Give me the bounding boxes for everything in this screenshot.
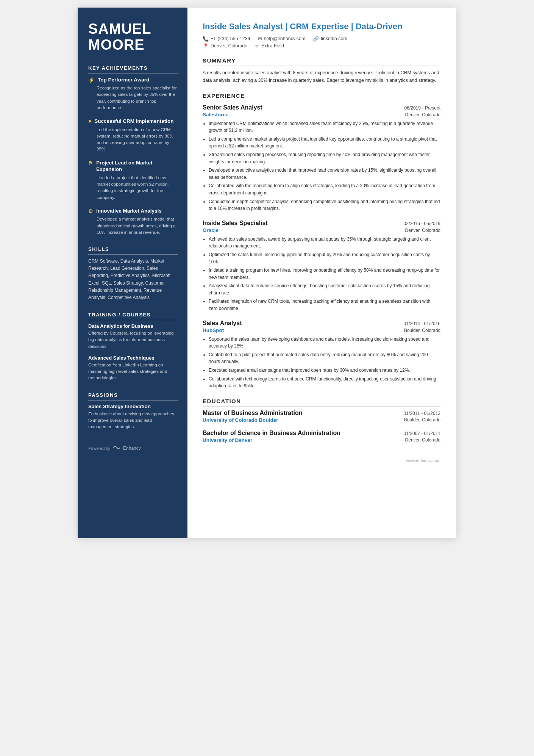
main-footer: www.enhancv.com (203, 458, 440, 463)
job-date-1: 06/2019 - Present (404, 105, 440, 111)
education-block-1: Master of Business Administration 01/201… (203, 410, 440, 423)
education-section-title: EDUCATION (203, 398, 440, 407)
bullet: Contributed to a pilot project that auto… (209, 351, 440, 365)
contact-phone: 📞 +1-(234)-555-1234 (203, 36, 250, 42)
passions-section-title: PASSIONS (88, 392, 178, 401)
bullet: Facilitated integration of new CRM tools… (209, 298, 440, 312)
achievement-item: ♥ Successful CRM Implementation Led the … (88, 118, 178, 153)
location-icon: 📍 (203, 43, 209, 49)
job-bullets-2: Achieved top sales specialist award by s… (203, 236, 440, 312)
edu-school-1: University of Colorado Boulder (203, 417, 278, 423)
star-icon: ☆ (255, 43, 259, 49)
phone-icon: 📞 (203, 36, 209, 42)
achievement-title-2: Successful CRM Implementation (94, 118, 173, 125)
training-item-2: Advanced Sales Techniques Certification … (88, 355, 178, 382)
achievement-desc-4: Developed a market analysis model that p… (97, 216, 178, 236)
edu-degree-1: Master of Business Administration (203, 410, 302, 416)
skills-section-title: SKILLS (88, 246, 178, 255)
bullet: Supported the sales team by developing d… (209, 336, 440, 350)
edu-school-2: University of Denver (203, 437, 252, 443)
job-bullets-3: Supported the sales team by developing d… (203, 336, 440, 390)
achievement-item: ⚙ Innovative Market Analysis Developed a… (88, 208, 178, 236)
edu-location-2: Denver, Colorado (405, 437, 440, 443)
person-name: SAMUEL MOORE (88, 21, 178, 53)
bullet: Streamlined sales reporting processes, r… (209, 151, 440, 165)
sidebar: SAMUEL MOORE KEY ACHIEVEMENTS ⚡ Top Perf… (78, 8, 187, 538)
achievement-icon-1: ⚡ (88, 77, 95, 83)
job-title-1: Senior Sales Analyst (203, 104, 262, 111)
passion-desc-1: Enthusiastic about devising new approach… (88, 411, 178, 430)
contact-email: ✉ help@enhancv.com (258, 36, 306, 42)
job-location-1: Denver, Colorado (405, 112, 440, 117)
summary-section-title: SUMMARY (203, 57, 440, 66)
contact-extra: ☆ Extra Field (255, 43, 284, 49)
achievement-icon-2: ♥ (88, 118, 91, 124)
training-desc-2: Certification from LinkedIn Learning on … (88, 362, 178, 382)
passions-list: Sales Strategy Innovation Enthusiastic a… (88, 404, 178, 430)
bullet: Achieved top sales specialist award by s… (209, 236, 440, 250)
bullet: Led a comprehensive market analysis proj… (209, 136, 440, 150)
bullet: Optimized the sales funnel, increasing p… (209, 251, 440, 265)
job-date-3: 01/2014 - 01/2016 (404, 321, 440, 326)
resume-wrapper: SAMUEL MOORE KEY ACHIEVEMENTS ⚡ Top Perf… (78, 8, 456, 538)
main-content: Inside Sales Analyst | CRM Expertise | D… (187, 8, 456, 538)
achievement-icon-4: ⚙ (88, 208, 93, 214)
job-location-2: Denver, Colorado (405, 228, 440, 233)
achievement-title-3: Project Lead on Market Expansion (96, 160, 178, 173)
bullet: Developed a predictive analytics model t… (209, 167, 440, 181)
contact-location: 📍 Denver, Colorado (203, 43, 247, 49)
training-title-1: Data Analytics for Business (88, 323, 178, 329)
job-bullets-1: Implemented CRM optimizations which incr… (203, 120, 440, 212)
achievement-icon-3: ⚑ (88, 160, 93, 166)
job-title-3: Sales Analyst (203, 320, 242, 327)
contact-linkedin: 🔗 linkedin.com (313, 36, 347, 42)
training-list: Data Analytics for Business Offered by C… (88, 323, 178, 382)
passion-title-1: Sales Strategy Innovation (88, 404, 178, 409)
bullet: Initiated a training program for new hir… (209, 267, 440, 281)
linkedin-icon: 🔗 (313, 36, 319, 42)
edu-location-1: Boulder, Colorado (404, 417, 440, 423)
bullet: Collaborated with technology teams to en… (209, 376, 440, 390)
bullet: Collaborated with the marketing team to … (209, 182, 440, 196)
contact-row: 📞 +1-(234)-555-1234 ✉ help@enhancv.com 🔗… (203, 36, 440, 42)
job-location-3: Boulder, Colorado (404, 328, 440, 333)
experience-block-3: Sales Analyst 01/2014 - 01/2016 HubSpot … (203, 320, 440, 390)
bullet: Conducted in-depth competitor analysis, … (209, 198, 440, 212)
resume-tagline: Inside Sales Analyst | CRM Expertise | D… (203, 21, 440, 32)
job-company-2: Oracle (203, 227, 219, 233)
sidebar-footer: Powered by Enhancv (88, 445, 178, 451)
edu-degree-2: Bachelor of Science in Business Administ… (203, 430, 340, 437)
bullet: Analyzed client data to enhance service … (209, 282, 440, 296)
passion-item-1: Sales Strategy Innovation Enthusiastic a… (88, 404, 178, 430)
training-item-1: Data Analytics for Business Offered by C… (88, 323, 178, 350)
contact-row-2: 📍 Denver, Colorado ☆ Extra Field (203, 43, 440, 49)
achievement-item: ⚡ Top Performer Award Recognized as the … (88, 77, 178, 111)
training-title-2: Advanced Sales Techniques (88, 355, 178, 361)
job-date-2: 02/2016 - 05/2019 (404, 221, 440, 226)
edu-date-2: 01/2007 - 01/2011 (404, 431, 440, 436)
experience-block-1: Senior Sales Analyst 06/2019 - Present S… (203, 104, 440, 212)
experience-block-2: Inside Sales Specialist 02/2016 - 05/201… (203, 220, 440, 312)
training-desc-1: Offered by Coursera, focusing on leverag… (88, 330, 178, 350)
email-icon: ✉ (258, 36, 262, 42)
bullet: Executed targeted email campaigns that i… (209, 367, 440, 374)
training-section-title: TRAINING / COURSES (88, 312, 178, 320)
achievement-desc-1: Recognized as the top sales specialist f… (97, 85, 178, 111)
experience-section-title: EXPERIENCE (203, 92, 440, 101)
powered-by-label: Powered by (88, 446, 110, 451)
achievement-item: ⚑ Project Lead on Market Expansion Heade… (88, 160, 178, 201)
achievement-title-4: Innovative Market Analysis (96, 208, 162, 214)
achievement-desc-2: Led the implementation of a new CRM syst… (97, 127, 178, 153)
job-company-1: Salesforce (203, 112, 228, 117)
job-company-3: HubSpot (203, 327, 224, 333)
edu-date-1: 01/2011 - 01/2013 (404, 411, 440, 416)
footer-website: www.enhancv.com (406, 458, 440, 463)
job-title-2: Inside Sales Specialist (203, 220, 268, 227)
skills-text: CRM Software, Data Analysis, Market Rese… (88, 258, 178, 301)
achievements-list: ⚡ Top Performer Award Recognized as the … (88, 77, 178, 236)
enhancv-brand: Enhancv (123, 446, 141, 451)
summary-text: A results-oriented inside sales analyst … (203, 69, 440, 84)
achievement-desc-3: Headed a project that identified new mar… (97, 175, 178, 201)
education-block-2: Bachelor of Science in Business Administ… (203, 430, 440, 443)
achievements-section-title: KEY ACHIEVEMENTS (88, 65, 178, 74)
